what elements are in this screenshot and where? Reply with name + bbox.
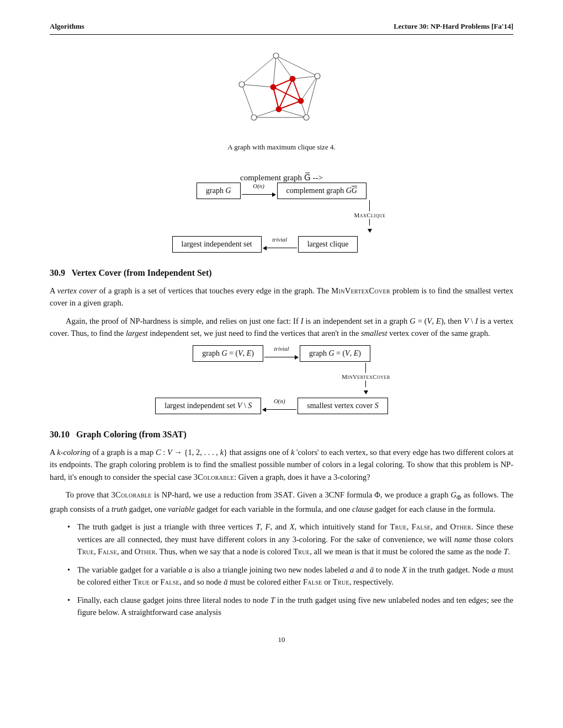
bullet-item-variable: • The variable gadget for a variable a i… — [67, 564, 513, 588]
svg-line-10 — [254, 109, 279, 117]
clique-graph-svg — [221, 46, 342, 140]
section-30-9-para2: Again, the proof of NP-hardness is simpl… — [50, 315, 513, 340]
page: Algorithms Lecture 30: NP-Hard Problems … — [0, 0, 563, 728]
figure-clique-graph: A graph with maximum clique size 4. — [50, 46, 513, 162]
svg-line-2 — [242, 84, 254, 117]
svg-line-1 — [276, 56, 317, 76]
page-header: Algorithms Lecture 30: NP-Hard Problems … — [50, 22, 513, 35]
section-30-10-heading: 30.10 Graph Coloring (from 3SAT) — [50, 430, 513, 440]
header-course: Algorithms — [50, 22, 84, 31]
rd2-arrow-right-vert: MinVertexCover — [342, 363, 390, 397]
section-30-10-para1: A k-coloring of a graph is a map C : V →… — [50, 446, 513, 483]
page-number: 10 — [50, 635, 513, 644]
section-30-9-heading: 30.9 Vertex Cover (from Independent Set) — [50, 268, 513, 278]
svg-line-15 — [273, 87, 279, 109]
svg-line-11 — [279, 109, 306, 117]
rd1-arrow-right-vert: MaxClique — [354, 200, 385, 235]
bullet-item-truth: • The truth gadget is just a triangle wi… — [67, 521, 513, 558]
figure-caption: A graph with maximum clique size 4. — [227, 143, 335, 152]
header-lecture: Lecture 30: NP-Hard Problems [Fa'14] — [394, 22, 513, 31]
rd2-box3: largest independent set V \ S — [155, 398, 261, 414]
svg-point-27 — [276, 106, 282, 112]
svg-line-0 — [242, 56, 276, 84]
svg-line-3 — [306, 76, 317, 117]
section-30-10-para2: To prove that 3Colorable is NP-hard, we … — [50, 489, 513, 515]
svg-line-6 — [276, 56, 293, 79]
rd2-box4: smallest vertex cover S — [298, 398, 387, 414]
section-30-9-para1: A vertex cover of a graph is a set of ve… — [50, 285, 513, 309]
svg-point-23 — [304, 115, 309, 120]
rd2-box2: graph G = (V, E) — [300, 345, 370, 362]
rd2-arrow-top: trivial — [264, 345, 299, 362]
rd2-box1: graph G = (V, E) — [193, 345, 263, 362]
reduction-diagram-1: complement graph G̅ --> graph G O(n) com… — [50, 173, 513, 253]
svg-point-20 — [239, 82, 245, 87]
svg-line-5 — [273, 56, 276, 87]
bullet-list-gadgets: • The truth gadget is just a triangle wi… — [67, 521, 513, 618]
rd1-arrow-top: O(n) — [242, 183, 276, 199]
rd1-box-clique: largest clique — [298, 236, 358, 253]
svg-point-22 — [251, 115, 257, 120]
rd1-box-complement: complement graph GG — [277, 183, 367, 199]
svg-line-7 — [242, 84, 273, 87]
reduction-diagram-2: graph G = (V, E) trivial graph G = (V, E… — [50, 345, 513, 414]
rd1-box-graphG: graph G — [196, 183, 241, 199]
rd1-arrow-bottom: trivial — [263, 236, 297, 253]
rd2-arrow-bottom: O(n) — [262, 398, 296, 414]
svg-line-8 — [293, 76, 317, 79]
svg-point-19 — [273, 53, 279, 58]
svg-line-9 — [301, 76, 317, 101]
svg-point-26 — [298, 98, 304, 104]
svg-point-24 — [270, 84, 276, 90]
rd1-box-indset: largest independent set — [172, 236, 262, 253]
bullet-item-clause: • Finally, each clause gadget joins thre… — [67, 594, 513, 619]
svg-point-21 — [315, 73, 320, 79]
svg-point-25 — [290, 76, 295, 82]
